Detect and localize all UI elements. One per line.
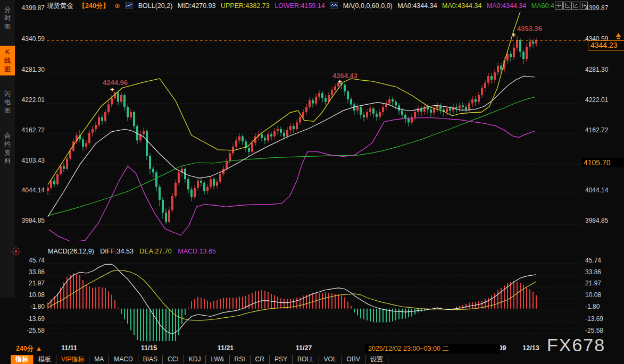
indicator-header: 现货黄金 【240分】 ⊕ BOLL(20,2) MID:4270.93 UPP… [47, 2, 558, 10]
macd-axis-label: 21.97 [585, 280, 622, 287]
toolbar-item-16[interactable]: 设置 [365, 355, 388, 364]
y-axis-label: 3984.85 [585, 217, 622, 224]
y-axis-label: 4399.87 [585, 4, 622, 12]
y-axis-label: 4103.43 [11, 157, 45, 164]
x-axis-row: 240分 ▲ 11/1111/1511/2111/2712/13 /09 202… [0, 344, 624, 354]
kline-chart-canvas[interactable] [0, 0, 624, 364]
y-axis-label: 4340.59 [11, 35, 45, 43]
macd-axis-label: -13.69 [11, 315, 45, 323]
boll-upper-value: UPPER:4382.73 [221, 2, 270, 10]
toolbar-item-15[interactable]: OBV [342, 355, 365, 364]
ma60-value: MA60:4 [531, 2, 554, 10]
y-axis-label: 4281.30 [585, 66, 622, 73]
macd-macd-value: MACD:13.65 [178, 248, 216, 255]
toolbar-item-9[interactable]: LW& [206, 355, 229, 364]
x-axis-date-label: 11/15 [141, 344, 157, 352]
toolbar-item-1[interactable]: 指标 [11, 355, 34, 364]
macd-axis-label: -25.58 [585, 327, 622, 334]
toolbar-item-11[interactable]: CR [251, 355, 270, 364]
swing-price-annotation: 4264.43 [332, 72, 357, 80]
macd-axis-label: -13.69 [585, 315, 622, 323]
macd-axis-label: 33.86 [585, 268, 622, 276]
ma0-yellow-value: MA0:4344.34 [442, 2, 481, 10]
x-axis-date-label: 11/27 [296, 344, 312, 352]
macd-diff-value: DIFF:34.53 [100, 248, 134, 255]
ma-indicator-icon[interactable] [330, 2, 338, 9]
period-selector[interactable]: 240分 ▲ [16, 344, 42, 353]
toolbar-item-8[interactable]: KDJ [184, 355, 206, 364]
toolbar-item-7[interactable]: CCI [163, 355, 184, 364]
x-axis-date-label: 12/13 [522, 344, 539, 352]
toolbar-item-14[interactable]: VOL [319, 355, 342, 364]
macd-axis-label: 45.74 [585, 257, 622, 264]
boll-indicator-icon[interactable] [125, 2, 133, 9]
macd-axis-label: -1.80 [11, 303, 45, 310]
macd-axis-label: 21.97 [11, 280, 45, 287]
y-axis-label: 4044.14 [11, 187, 45, 194]
x-axis-date-label: 11/21 [218, 344, 234, 352]
alarm-icon[interactable] [11, 247, 21, 256]
y-axis-label: 4044.14 [585, 187, 622, 194]
boll-mid-value: MID:4270.93 [178, 2, 216, 10]
x-axis-date-label: 11/11 [61, 344, 77, 352]
kline-app-window: 分时图K线图闪电图合约资料 现货黄金 【240分】 ⊕ BOLL(20,2) M… [0, 0, 624, 364]
swing-cross-marker: + [338, 80, 342, 84]
last-price-badge: 4344.23 [588, 40, 624, 50]
indicator-toolbar: 指标模板VIP指标MAMACDBIASCCIKDJLW&RSICRPSYBOLL… [11, 355, 388, 364]
macd-title: MACD(26,12,9) [48, 248, 94, 255]
level-price-badge: 4105.70 [582, 158, 624, 167]
macd-axis-label: 45.74 [11, 257, 45, 264]
ma0-magenta-value: MA0:4344.34 [487, 2, 526, 10]
y-axis-label: 3984.85 [11, 217, 45, 224]
y-axis-label: 4399.87 [11, 4, 45, 12]
toolbar-item-5[interactable]: MACD [109, 355, 138, 364]
macd-header: MACD(26,12,9) DIFF:34.53 DEA:27.70 MACD:… [48, 248, 220, 255]
move-icon[interactable] [555, 2, 563, 10]
toolbar-item-4[interactable]: MA [89, 355, 109, 364]
swing-price-annotation: 4353.36 [517, 24, 542, 32]
y-axis-label: 4162.72 [11, 126, 45, 134]
macd-axis-label: 10.08 [585, 291, 622, 299]
toolbar-item-2[interactable]: 模板 [34, 355, 56, 364]
y-axis-label: 4222.01 [11, 96, 45, 104]
macd-axis-label: -25.58 [11, 327, 45, 334]
zoom-in-axis-icon[interactable] [563, 2, 571, 10]
toolbar-item-13[interactable]: BOLL [293, 355, 319, 364]
toolbar-item-3[interactable]: VIP指标 [56, 355, 89, 364]
toolbar-item-12[interactable]: PSY [270, 355, 293, 364]
macd-axis-label: 10.08 [11, 291, 45, 299]
ma-label: MA(0,0,0,60,0,0) [343, 2, 393, 10]
toolbar-item-10[interactable]: RSI [230, 355, 251, 364]
fx678-watermark: FX678 [547, 335, 605, 355]
macd-dea-value: DEA:27.70 [139, 248, 171, 255]
macd-axis-label: 33.86 [11, 268, 45, 276]
plus-circle-icon[interactable]: ⊕ [114, 2, 120, 10]
ma0-white-value: MA0:4344.34 [397, 2, 437, 10]
boll-label: BOLL(20,2) [138, 2, 173, 10]
toolbar-item-6[interactable]: BIAS [138, 355, 163, 364]
zoom-out-axis-icon[interactable] [571, 2, 579, 10]
swing-price-annotation: 4244.96 [103, 79, 128, 87]
symbol-name: 现货黄金 [47, 2, 73, 10]
swing-cross-marker: + [110, 88, 114, 92]
y-axis-label: 4162.72 [585, 126, 622, 134]
macd-axis-label: -1.80 [585, 303, 622, 310]
period-tag: 【240分】 [78, 2, 109, 10]
y-axis-label: 4281.30 [11, 66, 45, 73]
y-axis-label: 4222.01 [585, 96, 622, 104]
bar-time-tooltip: 2025/12/02 23:00~03:00 二 [365, 344, 500, 353]
swing-cross-marker: + [512, 33, 516, 37]
boll-lower-value: LOWER:4159.14 [274, 2, 325, 10]
